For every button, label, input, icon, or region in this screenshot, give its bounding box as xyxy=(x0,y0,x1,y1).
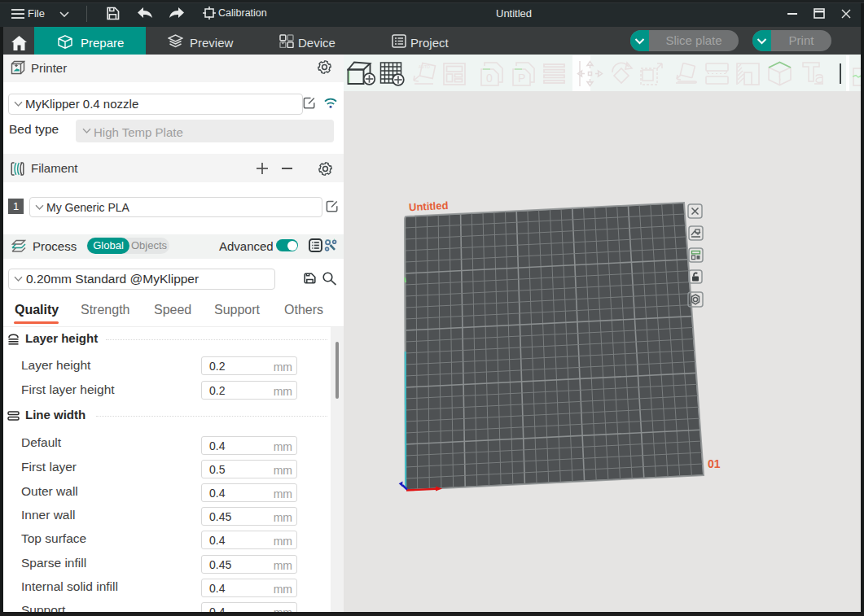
svg-text:P: P xyxy=(518,72,525,85)
svg-text:0: 0 xyxy=(486,72,493,85)
svg-text:AUTO: AUTO xyxy=(419,64,430,69)
